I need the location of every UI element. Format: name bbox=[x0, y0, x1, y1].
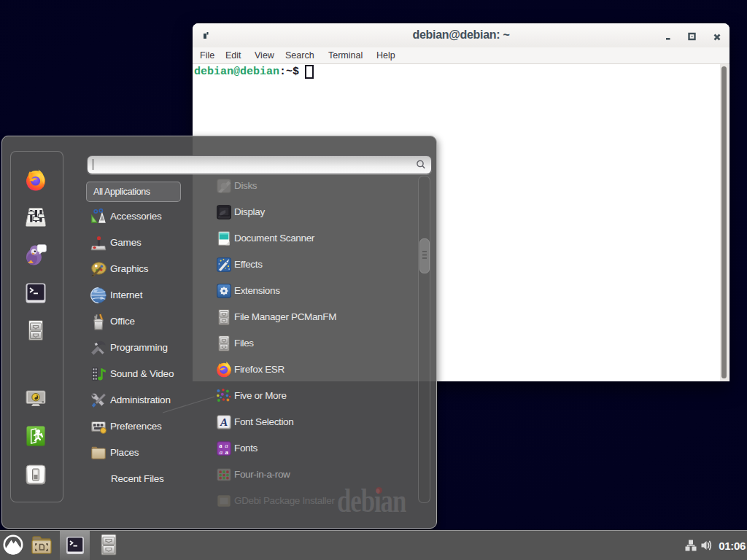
svg-text:A: A bbox=[220, 416, 228, 428]
